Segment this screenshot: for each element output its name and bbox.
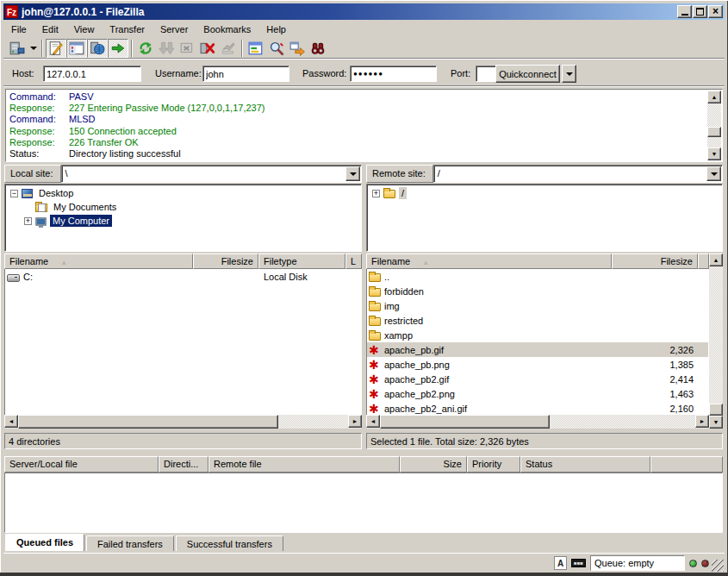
column-header[interactable]: Directi... [159, 456, 208, 473]
column-header[interactable]: Remote file [208, 456, 400, 473]
column-header[interactable]: Size [400, 456, 467, 473]
log-scrollbar[interactable]: ▲ ▼ [707, 91, 721, 160]
queue-list[interactable] [4, 473, 723, 533]
file-type-icon [369, 303, 381, 311]
remote-hscrollbar-thumb[interactable] [380, 415, 550, 429]
menu-item[interactable]: File [3, 22, 34, 36]
scroll-up-icon[interactable]: ▲ [709, 254, 723, 266]
remote-hscrollbar[interactable]: ◄ ► [366, 415, 709, 429]
remote-site-combo[interactable]: / [433, 165, 723, 183]
scroll-left-icon[interactable]: ◄ [366, 415, 380, 428]
username-input[interactable] [202, 66, 289, 82]
local-hscrollbar-thumb[interactable] [18, 415, 278, 429]
scroll-left-icon[interactable]: ◄ [4, 415, 18, 428]
file-row[interactable]: forbidden [367, 284, 708, 298]
file-row[interactable]: img [367, 298, 708, 313]
resize-grip[interactable] [712, 560, 724, 572]
site-manager-dropdown-button[interactable] [28, 39, 39, 58]
file-row[interactable]: xampp [367, 328, 708, 342]
local-file-list: C: Local Disk [4, 269, 362, 415]
close-button[interactable]: × [708, 5, 723, 18]
menu-item[interactable]: View [66, 22, 103, 36]
log-scrollbar-track[interactable] [707, 103, 721, 147]
remote-vscrollbar-thumb[interactable] [709, 404, 723, 416]
menu-item[interactable]: Server [152, 22, 196, 36]
quickconnect-dropdown-button[interactable] [562, 65, 576, 83]
local-hscrollbar[interactable]: ◄ ► [4, 415, 362, 429]
toggle-remote-tree-button[interactable] [87, 39, 108, 58]
scroll-down-icon[interactable]: ▼ [709, 416, 723, 429]
column-header[interactable] [650, 456, 723, 473]
column-header[interactable] [698, 254, 709, 269]
file-row[interactable]: restricted [367, 313, 708, 328]
file-row[interactable]: apache_pb2.png 1,463 [367, 386, 708, 401]
queue-tab[interactable]: Failed transfers [86, 535, 174, 551]
tree-item[interactable]: / [367, 186, 722, 200]
compare-button[interactable] [266, 39, 287, 58]
cancel-icon [179, 41, 195, 56]
file-row[interactable]: apache_pb.gif 2,326 [367, 342, 708, 357]
menu-item[interactable]: Help [258, 22, 294, 36]
column-header[interactable]: L [345, 254, 362, 269]
disconnect-button[interactable] [197, 39, 218, 58]
file-row[interactable]: apache_pb2_ani.gif 2,160 [367, 401, 708, 415]
column-header[interactable]: Filename [4, 254, 193, 269]
refresh-button[interactable] [135, 39, 156, 58]
toggle-local-tree-button[interactable] [66, 39, 87, 58]
reconnect-button[interactable] [218, 39, 239, 58]
column-header[interactable]: Filesize [193, 254, 258, 269]
local-site-dropdown-button[interactable] [345, 166, 360, 181]
column-header[interactable]: Filename [366, 254, 612, 269]
quickconnect-button[interactable]: Quickconnect [495, 65, 560, 83]
scroll-right-icon[interactable]: ► [695, 415, 709, 428]
remote-vscrollbar[interactable]: ▲ ▼ [709, 254, 723, 429]
file-row[interactable]: .. [367, 269, 708, 284]
minimize-button[interactable] [677, 5, 692, 18]
host-input[interactable] [43, 66, 141, 82]
local-site-combo[interactable]: \ [61, 165, 362, 183]
find-files-button[interactable] [308, 39, 328, 58]
remote-vscrollbar-track[interactable] [709, 266, 723, 416]
column-header[interactable]: Priority [467, 456, 520, 473]
toggle-log-button[interactable] [46, 39, 66, 58]
speedlimit-indicator-icon[interactable]: ■■■ [571, 559, 586, 567]
tree-expander-icon[interactable] [372, 190, 380, 197]
file-row[interactable]: apache_pb2.gif 2,414 [367, 372, 708, 386]
transfer-type-ascii-icon[interactable]: A [554, 556, 567, 570]
sync-browsing-button[interactable] [287, 39, 308, 58]
process-queue-button[interactable] [156, 39, 177, 58]
password-input[interactable] [350, 66, 437, 82]
host-label: Host: [12, 68, 34, 78]
toolbar-separator [241, 40, 243, 57]
tree-expander-icon[interactable] [10, 190, 18, 197]
tree-expander-icon[interactable] [24, 217, 32, 225]
site-manager-button[interactable] [7, 39, 28, 58]
scroll-down-icon[interactable]: ▼ [707, 147, 721, 160]
file-row[interactable]: apache_pb.png 1,385 [367, 357, 708, 372]
toggle-queue-button[interactable] [108, 39, 128, 58]
column-header[interactable]: Filesize [612, 254, 698, 269]
log-scrollbar-thumb[interactable] [707, 127, 721, 137]
menu-item[interactable]: Edit [34, 22, 66, 36]
file-row[interactable]: C: Local Disk [5, 269, 361, 284]
remote-site-value: / [438, 168, 440, 178]
maximize-button[interactable] [693, 5, 707, 18]
site-manager-dropdown-icon [30, 47, 37, 50]
tree-item[interactable]: Desktop [5, 186, 361, 200]
queue-tab[interactable]: Successful transfers [176, 535, 283, 551]
scroll-up-icon[interactable]: ▲ [707, 91, 721, 103]
menu-item[interactable]: Transfer [102, 22, 152, 36]
compare-icon [269, 41, 284, 56]
menu-item[interactable]: Bookmarks [196, 22, 258, 36]
queue-tab[interactable]: Queued files [5, 534, 84, 551]
filter-button[interactable] [246, 39, 266, 58]
tree-item[interactable]: My Computer [5, 214, 361, 228]
column-header[interactable]: Status [520, 456, 650, 473]
column-header[interactable]: Server/Local file [4, 456, 159, 473]
remote-tree: / [366, 184, 723, 252]
tree-item[interactable]: My Documents [5, 200, 361, 214]
scroll-right-icon[interactable]: ► [348, 415, 362, 428]
remote-site-dropdown-button[interactable] [706, 166, 721, 181]
column-header[interactable]: Filetype [258, 254, 345, 269]
cancel-button[interactable] [177, 39, 197, 58]
